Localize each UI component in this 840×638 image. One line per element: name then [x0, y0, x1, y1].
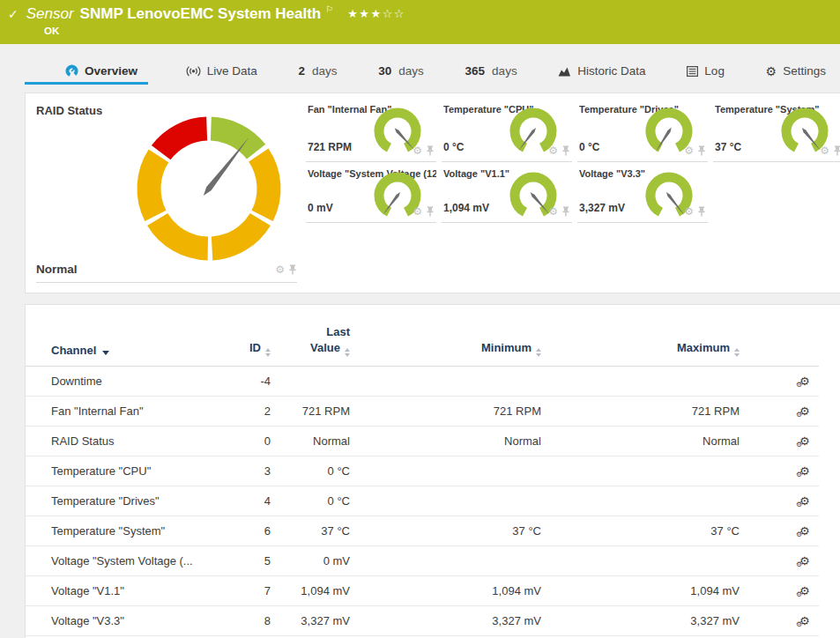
cell-channel: Downtime: [26, 366, 221, 396]
pin-icon[interactable]: [426, 145, 435, 156]
cell-maximum: Normal: [541, 426, 740, 456]
cell-actions: [740, 575, 819, 605]
table-row: Temperature "Drives"40 °C: [26, 486, 819, 516]
column-header-minimum[interactable]: Minimum: [350, 324, 541, 366]
cell-maximum: [541, 456, 740, 486]
table-header-row: Channel ID Last Value Minimum Maximum: [26, 324, 819, 366]
table-row: RAID Status0NormalNormalNormal: [26, 426, 819, 456]
status-badge: OK: [44, 26, 59, 36]
cell-maximum: [541, 545, 740, 575]
column-header-maximum[interactable]: Maximum: [541, 324, 740, 366]
edit-channel-icon[interactable]: [799, 615, 810, 627]
tab-historic-data[interactable]: Historic Data: [554, 60, 649, 82]
table-row: Temperature "System"637 °C37 °C37 °C: [26, 516, 819, 545]
pin-icon[interactable]: [561, 145, 570, 156]
tab-30-days[interactable]: 30 days: [375, 60, 427, 82]
gauge-cell: Voltage "V3.3"3,327 mV: [577, 164, 708, 223]
gauge-value: 0 mV: [308, 202, 333, 214]
tab-label: days: [312, 64, 338, 78]
tab-number: 2: [299, 64, 306, 78]
gauge-settings-icon[interactable]: [413, 206, 422, 217]
cell-minimum: [350, 366, 541, 396]
gear-icon: [766, 65, 777, 78]
tab-label: Live Data: [207, 64, 257, 78]
cell-last-value: 0 °C: [271, 486, 350, 516]
channel-table-panel: Channel ID Last Value Minimum Maximum: [25, 304, 840, 638]
tab-label: Settings: [783, 64, 826, 78]
column-header-id[interactable]: ID: [221, 324, 271, 366]
edit-channel-icon[interactable]: [799, 555, 810, 567]
edit-channel-icon[interactable]: [799, 405, 810, 417]
pin-icon[interactable]: [697, 206, 706, 217]
table-row: Voltage "V3.3"83,327 mV3,327 mV3,327 mV: [26, 605, 819, 635]
cell-channel: Temperature "CPU": [26, 456, 221, 486]
edit-channel-icon[interactable]: [799, 465, 810, 477]
column-header-channel[interactable]: Channel: [26, 324, 221, 366]
table-row: Fan "Internal Fan"2721 RPM721 RPM721 RPM: [26, 396, 819, 426]
cell-actions: [740, 516, 819, 545]
cell-maximum: 1,094 mV: [541, 575, 740, 605]
cell-maximum: [541, 366, 740, 396]
channel-table: Channel ID Last Value Minimum Maximum: [26, 324, 819, 636]
tab-overview[interactable]: Overview: [25, 60, 148, 85]
tab-log[interactable]: Log: [683, 60, 728, 82]
edit-channel-icon[interactable]: [799, 435, 810, 447]
raid-gauge-footer: Normal: [36, 263, 297, 283]
raid-status-gauge: [130, 111, 288, 266]
edit-channel-icon[interactable]: [799, 525, 810, 537]
cell-id: 2: [221, 396, 271, 426]
cell-channel: RAID Status: [26, 426, 221, 456]
pin-icon[interactable]: [561, 206, 570, 217]
chevron-down-icon: [102, 351, 109, 355]
broadcast-icon: [186, 65, 201, 77]
tab-365-days[interactable]: 365 days: [462, 60, 521, 82]
column-header-last-value[interactable]: Last Value: [271, 324, 350, 366]
gauge-cell: Fan "Internal Fan"721 RPM: [306, 100, 436, 162]
edit-channel-icon[interactable]: [799, 585, 810, 597]
gauge-cell: Temperature "System"37 °C: [713, 100, 840, 162]
tab-label: Overview: [85, 64, 138, 78]
pin-icon[interactable]: [426, 206, 435, 217]
gauge-settings-icon[interactable]: [684, 206, 694, 217]
cell-channel: Temperature "Drives": [26, 486, 221, 516]
sort-icon: [734, 348, 740, 357]
tab-2-days[interactable]: 2 days: [295, 60, 341, 82]
edit-channel-icon[interactable]: [799, 375, 810, 387]
cell-id: 7: [221, 575, 271, 605]
tab-number: 30: [378, 64, 391, 78]
gauge-settings-icon[interactable]: [548, 145, 558, 156]
cell-last-value: [271, 366, 350, 396]
gauge-cell: Temperature "Drives"0 °C: [577, 100, 708, 162]
pin-icon[interactable]: [697, 145, 706, 156]
table-row: Temperature "CPU"30 °C: [26, 456, 819, 486]
tab-bar: Overview Live Data 2 days 30 days 365: [0, 60, 840, 85]
flag-icon[interactable]: [325, 4, 333, 14]
pin-icon[interactable]: [288, 264, 297, 275]
cell-maximum: 3,327 mV: [541, 605, 740, 635]
raid-gauge-title: RAID Status: [36, 104, 102, 117]
gauge-settings-icon[interactable]: [820, 145, 829, 156]
gauge-settings-icon[interactable]: [413, 145, 422, 156]
gauge-settings-icon[interactable]: [684, 145, 694, 156]
cell-id: 3: [221, 456, 271, 486]
cell-last-value: 3,327 mV: [271, 605, 350, 635]
pin-icon[interactable]: [833, 145, 840, 156]
priority-stars[interactable]: ★★★☆☆: [347, 7, 405, 20]
gauge-icon: [65, 64, 78, 78]
cell-minimum: [350, 456, 541, 486]
table-row: Voltage "System Voltage (...50 mV: [26, 545, 819, 575]
gauge-settings-icon[interactable]: [275, 264, 285, 275]
column-header-actions: [740, 324, 819, 366]
cell-minimum: 37 °C: [350, 516, 541, 545]
gauge-cell: Voltage "V1.1"1,094 mV: [442, 164, 572, 223]
tab-settings[interactable]: Settings: [762, 60, 829, 82]
gauge-value: 37 °C: [715, 141, 741, 153]
cell-channel: Voltage "V3.3": [26, 605, 221, 635]
cell-actions: [740, 426, 819, 456]
tab-live-data[interactable]: Live Data: [182, 60, 261, 82]
tab-label: Historic Data: [577, 64, 645, 78]
cell-actions: [740, 605, 819, 635]
gauge-cell: Voltage "System Voltage (12...0 mV: [306, 164, 436, 223]
gauge-settings-icon[interactable]: [548, 206, 558, 217]
edit-channel-icon[interactable]: [799, 495, 810, 507]
